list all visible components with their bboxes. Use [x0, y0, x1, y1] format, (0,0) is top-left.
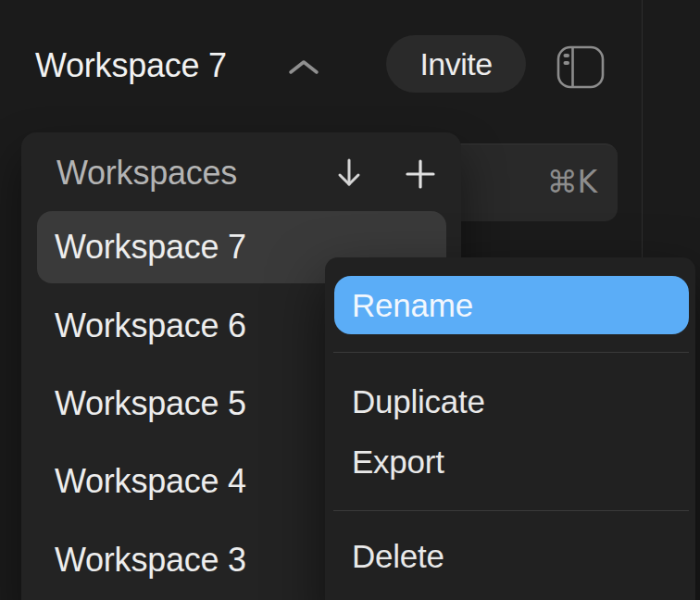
sidebar-toggle-button[interactable] [555, 44, 606, 91]
context-menu: Rename Duplicate Export Delete [325, 257, 695, 600]
plus-icon [406, 159, 435, 189]
add-workspace-button[interactable] [406, 159, 435, 189]
menu-item-rename[interactable]: Rename [334, 276, 689, 334]
menu-divider [333, 352, 689, 353]
invite-button[interactable]: Invite [386, 35, 526, 93]
dropdown-header-label: Workspaces [56, 155, 237, 192]
menu-item-export[interactable]: Export [334, 432, 689, 491]
search-shortcut-label: ⌘K [547, 144, 597, 220]
menu-item-delete[interactable]: Delete [334, 527, 689, 585]
sort-workspaces-button[interactable] [335, 157, 363, 189]
workspace-title[interactable]: Workspace 7 [35, 47, 227, 84]
arrow-down-icon [335, 157, 363, 189]
menu-divider [333, 510, 689, 511]
sidebar-toggle-icon [555, 44, 606, 91]
app-window: ⌘K Workspace 7 Invite Workspaces Wo [0, 0, 700, 600]
chevron-up-icon[interactable] [287, 56, 320, 79]
menu-item-duplicate[interactable]: Duplicate [334, 372, 689, 431]
